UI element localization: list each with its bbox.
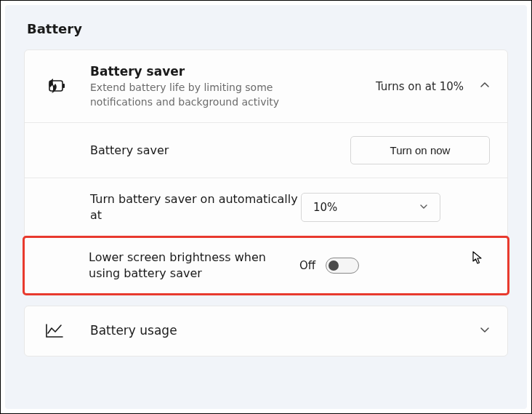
chevron-up-icon [480, 79, 490, 93]
turn-on-now-button[interactable]: Turn on now [350, 136, 490, 164]
chevron-down-icon [419, 201, 428, 214]
toggle-knob [329, 260, 339, 271]
lower-brightness-row: Lower screen brightness when using batte… [23, 236, 509, 294]
battery-settings-panel: Battery Battery saver Extend battery lif… [5, 5, 527, 409]
chart-icon [39, 323, 90, 339]
battery-saver-icon [39, 79, 90, 95]
auto-on-label: Turn battery saver on automatically at [90, 191, 301, 223]
battery-usage-card: Battery usage [24, 306, 508, 357]
battery-saver-description: Extend battery life by limiting some not… [90, 81, 308, 109]
battery-saver-expander[interactable]: Battery saver Extend battery life by lim… [25, 50, 507, 123]
auto-on-threshold-row: Turn battery saver on automatically at 1… [25, 178, 507, 236]
auto-on-threshold-value: 10% [313, 201, 337, 214]
lower-brightness-label: Lower screen brightness when using batte… [89, 250, 299, 281]
svg-rect-1 [63, 84, 65, 88]
chevron-down-icon [480, 324, 490, 338]
battery-saver-toggle-row: Battery saver Turn on now [25, 123, 507, 178]
auto-on-threshold-select[interactable]: 10% [301, 193, 440, 222]
battery-saver-title: Battery saver [90, 63, 376, 80]
cursor-pointer-icon [472, 250, 485, 269]
lower-brightness-toggle[interactable] [326, 258, 359, 274]
battery-saver-card: Battery saver Extend battery life by lim… [24, 49, 508, 295]
battery-saver-row-label: Battery saver [90, 143, 350, 159]
battery-usage-title: Battery usage [90, 322, 480, 339]
lower-brightness-state-label: Off [299, 259, 315, 272]
section-title: Battery [24, 21, 508, 36]
battery-usage-expander[interactable]: Battery usage [25, 306, 507, 356]
battery-saver-status: Turns on at 10% [376, 80, 464, 93]
